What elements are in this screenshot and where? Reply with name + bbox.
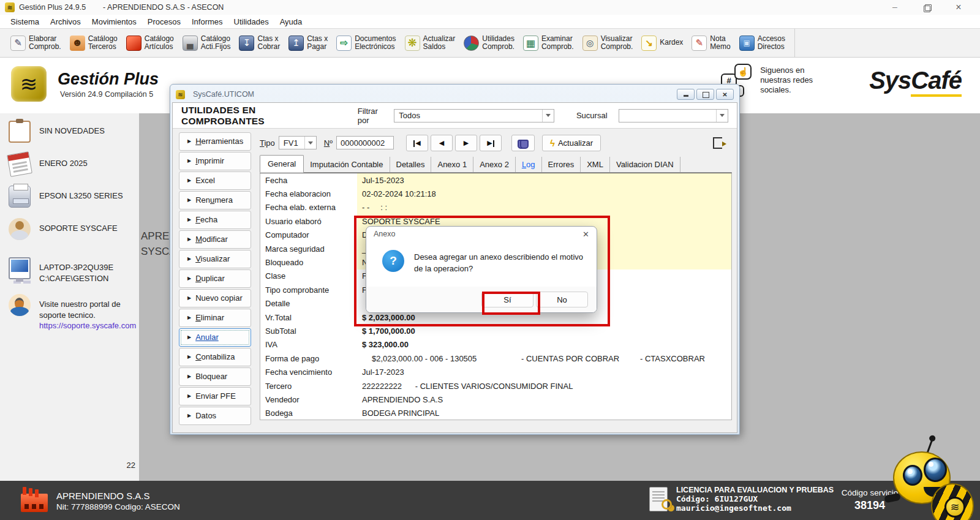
uticom-titlebar[interactable]: SysCafé.UTICOM [172, 86, 737, 102]
toolbar-catalogo-actifijos[interactable]: CatálogoActi.Fijos [178, 33, 235, 53]
sidebar: SIN NOVEDADES ENERO 2025 EPSON L3250 SER… [0, 113, 139, 481]
support-agent-icon [9, 294, 31, 316]
first-record-button[interactable] [406, 135, 428, 151]
form-row-tercero: Tercero222222222 - CLIENTES VARIOS/CONSU… [260, 379, 731, 393]
yes-button[interactable]: Sí [481, 292, 533, 307]
toolbar-utilidades-comprob[interactable]: UtilidadesComprob. [459, 33, 519, 53]
tab-detalles[interactable]: Detalles [390, 157, 432, 172]
last-record-button[interactable] [480, 135, 502, 151]
machine-icon [183, 36, 198, 51]
close-icon[interactable] [953, 2, 964, 13]
menu-ayuda[interactable]: Ayuda [274, 17, 308, 26]
dialog-title: Anexo [374, 230, 395, 238]
imprimir-button[interactable]: Imprimir [179, 152, 251, 170]
enviar-pfe-button[interactable]: Enviar PFE [179, 387, 251, 405]
license-email: mauricio@ingesoftnet.com [676, 503, 834, 513]
toolbar-ctas-x-pagar[interactable]: Ctas xPagar [284, 33, 332, 53]
syscafe-window-icon [176, 90, 185, 99]
anular-button[interactable]: Anular [179, 328, 251, 347]
detail-tabs: General Imputación Contable Detalles Ane… [260, 154, 732, 173]
toolbar-ctas-x-cobrar[interactable]: Ctas xCobrar [235, 33, 284, 53]
binoculars-icon [518, 140, 528, 146]
branch-select[interactable] [619, 109, 728, 122]
tab-validacion-dian[interactable]: Validacion DIAN [610, 157, 680, 172]
red-box-icon [126, 36, 141, 51]
search-button[interactable] [511, 135, 535, 151]
toolbar-nota-memo[interactable]: NotaMemo [687, 33, 734, 53]
datos-button[interactable]: Datos [179, 407, 251, 425]
toolbar-accesos-directos[interactable]: AccesosDirectos [735, 33, 790, 53]
tipo-label: Tipo [260, 138, 275, 148]
printer-icon [9, 186, 31, 208]
page-title: UTILIDADES EN COMPROBANTES [181, 105, 325, 127]
support-portal-link[interactable]: https://soporte.syscafe.com [39, 321, 136, 330]
menu-informes[interactable]: Informes [186, 17, 228, 26]
menu-archivos[interactable]: Archivos [45, 17, 86, 26]
child-close-icon[interactable] [716, 89, 734, 100]
person-icon [70, 36, 85, 51]
tab-anexo-1[interactable]: Anexo 1 [431, 157, 473, 172]
contabiliza-button[interactable]: Contabiliza [179, 348, 251, 366]
form-row-fecha-elaboracion: Fecha elaboracion02-02-2024 10:21:18 [260, 187, 731, 200]
toolbar-catalogo-articulos[interactable]: CatálogoArtículos [122, 33, 178, 53]
tab-anexo-2[interactable]: Anexo 2 [473, 157, 516, 172]
child-maximize-icon[interactable] [696, 89, 714, 100]
anexo-dialog: Anexo ? Desea agregar un anexo describie… [366, 226, 597, 313]
toolbar-examinar-comprob[interactable]: ExaminarComprob. [519, 33, 578, 53]
tab-log[interactable]: Log [516, 157, 542, 172]
uticom-header: UTILIDADES EN COMPROBANTES Filtrar por T… [173, 103, 737, 129]
form-row-fecha: FechaJul-15-2023 [260, 173, 731, 187]
form-row-subtotal: SubTotal$ 1,700,000.00 [260, 324, 731, 337]
user-icon [9, 218, 31, 240]
menu-utilidades[interactable]: Utilidades [228, 17, 274, 26]
tipo-select[interactable]: FV1 [279, 136, 317, 149]
syscafe-wordmark: SysCafé [869, 67, 962, 94]
record-controls: Tipo FV1 Nº 0000000002 Actualizar [260, 132, 732, 153]
next-record-button[interactable] [455, 135, 477, 151]
herramientas-button[interactable]: Herramientas [179, 132, 251, 151]
actualizar-button[interactable]: Actualizar [542, 135, 601, 151]
restore-icon[interactable] [921, 2, 932, 13]
app-logo-icon [5, 2, 15, 12]
minimize-icon[interactable] [889, 2, 900, 13]
duplicar-button[interactable]: Duplicar [179, 269, 251, 288]
no-button[interactable]: No [536, 292, 588, 307]
kardex-arrow-icon [641, 36, 657, 51]
previous-record-button[interactable] [431, 135, 453, 151]
menubar: Sistema Archivos Movimientos Procesos In… [0, 15, 980, 28]
toolbar-elaborar-comprob[interactable]: ElaborarComprob. [6, 33, 66, 53]
toolbar-visualizar-comprob[interactable]: VisualizarComprob. [578, 33, 638, 53]
exit-door-icon[interactable] [713, 137, 722, 149]
excel-button[interactable]: Excel [179, 171, 251, 190]
dialog-close-icon[interactable] [582, 230, 589, 239]
main-toolbar: ElaborarComprob. CatálogoTerceros Catálo… [0, 28, 980, 58]
app-title: Gestión Plus 24.9.5 [19, 3, 86, 12]
child-minimize-icon[interactable] [677, 89, 695, 100]
bloquear-button[interactable]: Bloquear [179, 367, 251, 386]
chevron-down-icon [304, 137, 316, 149]
menu-procesos[interactable]: Procesos [142, 17, 186, 26]
sidebar-counter: 22 [127, 461, 135, 470]
tab-imputacion-contable[interactable]: Imputación Contable [304, 157, 390, 172]
table-grid-icon [523, 36, 538, 51]
nuevo-copiar-button[interactable]: Nuevo copiar [179, 289, 251, 307]
tab-xml[interactable]: XML [581, 157, 610, 172]
fecha-button[interactable]: Fecha [179, 211, 251, 229]
filter-select[interactable]: Todos [394, 109, 554, 122]
modificar-button[interactable]: Modificar [179, 230, 251, 249]
form-row-fecha-elab-externa: Fecha elab. externa- - : : [260, 201, 731, 214]
renumera-button[interactable]: Renumera [179, 191, 251, 209]
toolbar-catalogo-terceros[interactable]: CatálogoTerceros [66, 33, 122, 53]
numero-input[interactable]: 0000000002 [336, 136, 394, 149]
tab-general[interactable]: General [260, 155, 304, 173]
toolbar-kardex[interactable]: Kardex [637, 34, 687, 53]
form-row-iva: IVA$ 323,000.00 [260, 338, 731, 352]
tab-errores[interactable]: Errores [542, 157, 581, 172]
menu-sistema[interactable]: Sistema [5, 17, 45, 26]
toolbar-actualizar-saldos[interactable]: ActualizarSaldos [401, 33, 460, 53]
menu-movimientos[interactable]: Movimientos [86, 17, 142, 26]
toolbar-documentos-electronicos[interactable]: DocumentosElectrónicos [332, 33, 400, 53]
visualizar-button[interactable]: Visualizar [179, 250, 251, 268]
eliminar-button[interactable]: Eliminar [179, 309, 251, 327]
anexo-dialog-titlebar[interactable]: Anexo [366, 227, 597, 241]
